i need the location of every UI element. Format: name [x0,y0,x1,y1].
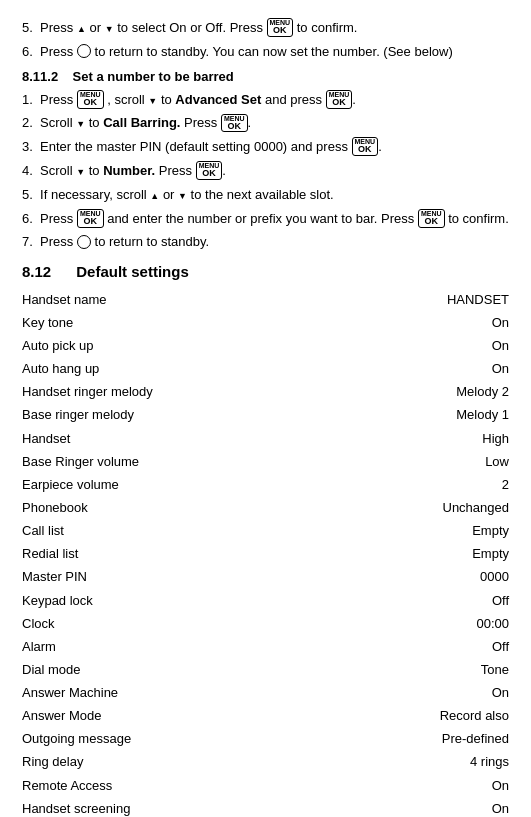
setting-label: Base ringer melody [22,404,314,427]
setting-label: Phonebook [22,496,314,519]
menu-ok-4: MENUOK [196,161,223,180]
table-row: Call listEmpty [22,520,509,543]
setting-value: High [314,427,509,450]
setting-value: Empty [314,520,509,543]
arrow-down-icon-5 [178,187,187,202]
arrow-down-icon-1 [148,92,157,107]
table-row: Auto hang upOn [22,358,509,381]
section-8-11-2-heading: 8.11.2 Set a number to be barred [22,69,509,84]
setting-value: Tone [314,658,509,681]
table-row: Answer MachineOn [22,682,509,705]
step-6-num: 6. [22,44,33,59]
setting-value: 00:00 [314,612,509,635]
setting-label: Master PIN [22,566,314,589]
setting-value: On [314,682,509,705]
setting-label: Keypad lock [22,589,314,612]
setting-label: Earpiece volume [22,473,314,496]
table-row: Remote AccessOn [22,774,509,797]
step-8112-5: 5. If necessary, scroll or to the next a… [22,185,509,206]
step-6: 6. Press to return to standby. You can n… [22,42,509,63]
menu-ok-6b: MENUOK [418,209,445,228]
arrow-down-icon-4 [76,163,85,178]
setting-value: Empty [314,543,509,566]
setting-label: Outgoing message [22,728,314,751]
setting-value: On [314,358,509,381]
table-row: Key toneOn [22,311,509,334]
table-row: Auto pick upOn [22,334,509,357]
setting-label: Dial mode [22,658,314,681]
table-row: Redial listEmpty [22,543,509,566]
setting-value: 4 rings [314,751,509,774]
setting-value: Record also [314,705,509,728]
setting-value: Melody 2 [314,381,509,404]
table-row: Handset ringer melodyMelody 2 [22,381,509,404]
arrow-up-icon-5 [150,187,159,202]
call-barring-label: Call Barring. [103,115,180,130]
table-row: Handset nameHANDSET [22,288,509,311]
arrow-down-icon-2 [76,115,85,130]
setting-value: On [314,311,509,334]
section-8-12: 8.12 Default settings Handset nameHANDSE… [22,263,509,817]
setting-label: Handset [22,427,314,450]
setting-value: On [314,774,509,797]
circle-icon [77,44,91,58]
step-5: 5. Press or to select On or Off. Press M… [22,18,509,39]
arrow-down-icon [105,20,114,35]
setting-label: Alarm [22,635,314,658]
table-row: HandsetHigh [22,427,509,450]
step-8112-6: 6. Press MENUOK and enter the number or … [22,209,509,230]
step-8112-7: 7. Press to return to standby. [22,232,509,253]
step-5-num: 5. [22,20,33,35]
section-8-12-title: Default settings [76,263,189,280]
setting-value: Low [314,450,509,473]
setting-value: Unchanged [314,496,509,519]
table-row: Earpiece volume2 [22,473,509,496]
setting-label: Handset screening [22,797,314,817]
setting-label: Key tone [22,311,314,334]
setting-label: Auto hang up [22,358,314,381]
table-row: Handset screeningOn [22,797,509,817]
menu-ok-6a: MENUOK [77,209,104,228]
setting-value: On [314,797,509,817]
step-8112-4: 4. Scroll to Number. Press MENUOK. [22,161,509,182]
table-row: Base ringer melodyMelody 1 [22,404,509,427]
table-row: Keypad lockOff [22,589,509,612]
setting-value: 0000 [314,566,509,589]
setting-label: Ring delay [22,751,314,774]
section-8-11-2-title: Set a number to be barred [73,69,234,84]
table-row: Answer ModeRecord also [22,705,509,728]
setting-label: Handset ringer melody [22,381,314,404]
setting-value: Pre-defined [314,728,509,751]
setting-label: Remote Access [22,774,314,797]
setting-label: Answer Machine [22,682,314,705]
table-row: AlarmOff [22,635,509,658]
menu-ok-3: MENUOK [352,137,379,156]
advanced-set-label: Advanced Set [175,92,261,107]
setting-label: Handset name [22,288,314,311]
step-8112-2: 2. Scroll to Call Barring. Press MENUOK. [22,113,509,134]
menu-ok-1b: MENUOK [326,90,353,109]
setting-label: Clock [22,612,314,635]
table-row: Outgoing messagePre-defined [22,728,509,751]
menu-ok-1a: MENUOK [77,90,104,109]
setting-label: Redial list [22,543,314,566]
section-8-11-2: 8.11.2 Set a number to be barred 1. Pres… [22,69,509,254]
setting-value: On [314,334,509,357]
setting-value: Melody 1 [314,404,509,427]
setting-value: Off [314,589,509,612]
number-label: Number. [103,163,155,178]
setting-label: Auto pick up [22,334,314,357]
setting-label: Answer Mode [22,705,314,728]
step-8112-3: 3. Enter the master PIN (default setting… [22,137,509,158]
table-row: Dial modeTone [22,658,509,681]
setting-label: Call list [22,520,314,543]
section-8-12-heading: 8.12 Default settings [22,263,509,280]
table-row: Ring delay4 rings [22,751,509,774]
arrow-up-icon [77,20,86,35]
setting-value: Off [314,635,509,658]
section-8-12-num: 8.12 [22,263,51,280]
step-8112-1: 1. Press MENUOK , scroll to Advanced Set… [22,90,509,111]
table-row: Clock00:00 [22,612,509,635]
menu-ok-icon: MENUOK [267,18,294,37]
table-row: Master PIN0000 [22,566,509,589]
